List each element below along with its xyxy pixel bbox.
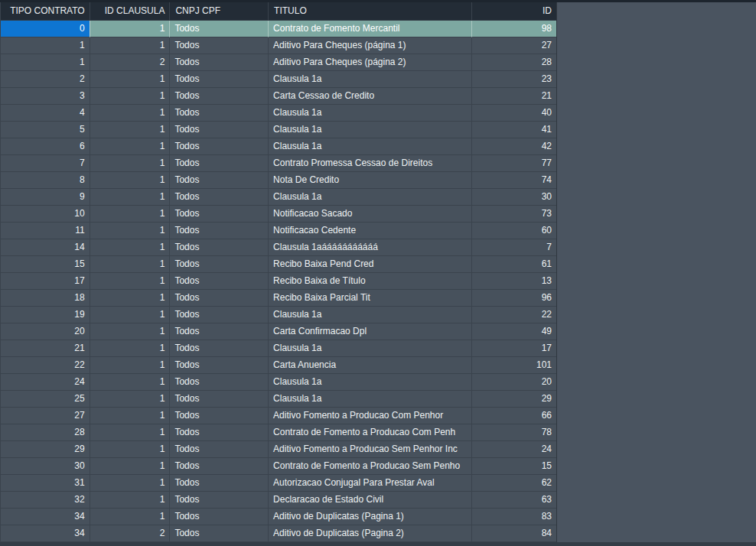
table-row[interactable]: 41TodosClausula 1a40 (1, 105, 556, 122)
table-row[interactable]: 181TodosRecibo Baixa Parcial Tit96 (1, 290, 556, 307)
cell-cnpj[interactable]: Todos (170, 54, 269, 71)
cell-id[interactable]: 22 (472, 307, 556, 323)
cell-id[interactable]: 60 (472, 223, 556, 239)
cell-id[interactable]: 63 (472, 492, 556, 509)
table-row[interactable]: 21TodosClausula 1a23 (1, 71, 556, 88)
cell-cnpj[interactable]: Todos (170, 290, 269, 307)
cell-id[interactable]: 49 (472, 323, 556, 340)
cell-cnpj[interactable]: Todos (170, 475, 269, 492)
cell-cnpj[interactable]: Todos (170, 71, 269, 88)
cell-titulo[interactable]: Clausula 1a (269, 105, 472, 122)
cell-clausula[interactable]: 1 (90, 256, 171, 273)
cell-titulo[interactable]: Clausula 1a (269, 71, 472, 88)
cell-tipo[interactable]: 28 (1, 424, 90, 441)
cell-titulo[interactable]: Notificacao Sacado (269, 206, 472, 223)
cell-tipo[interactable]: 0 (1, 21, 90, 37)
cell-tipo[interactable]: 4 (1, 105, 90, 122)
cell-titulo[interactable]: Clausula 1a (269, 189, 472, 206)
table-row[interactable]: 171TodosRecibo Baixa de Título13 (1, 273, 556, 290)
cell-clausula[interactable]: 1 (90, 340, 171, 357)
cell-clausula[interactable]: 1 (90, 475, 171, 492)
cell-tipo[interactable]: 1 (1, 54, 90, 71)
column-header-titulo[interactable]: TITULO (269, 2, 472, 20)
cell-clausula[interactable]: 1 (90, 37, 171, 54)
cell-id[interactable]: 101 (472, 357, 556, 374)
cell-cnpj[interactable]: Todos (170, 256, 269, 273)
cell-cnpj[interactable]: Todos (170, 105, 269, 122)
cell-cnpj[interactable]: Todos (170, 340, 269, 357)
table-row[interactable]: 151TodosRecibo Baixa Pend Cred61 (1, 256, 556, 273)
cell-cnpj[interactable]: Todos (170, 172, 269, 189)
cell-clausula[interactable]: 1 (90, 206, 171, 223)
cell-clausula[interactable]: 1 (90, 290, 171, 307)
cell-titulo[interactable]: Clausula 1aááááááááááá (269, 239, 472, 256)
table-row[interactable]: 141TodosClausula 1aááááááááááá7 (1, 239, 556, 256)
cell-clausula[interactable]: 1 (90, 374, 171, 391)
cell-clausula[interactable]: 1 (90, 307, 171, 323)
cell-titulo[interactable]: Clausula 1a (269, 138, 472, 155)
cell-id[interactable]: 20 (472, 374, 556, 391)
cell-clausula[interactable]: 1 (90, 458, 171, 475)
cell-cnpj[interactable]: Todos (170, 189, 269, 206)
cell-titulo[interactable]: Recibo Baixa de Título (269, 273, 472, 290)
cell-tipo[interactable]: 7 (1, 155, 90, 172)
cell-cnpj[interactable]: Todos (170, 408, 269, 424)
column-header-cnpj-cpf[interactable]: CNPJ CPF (170, 2, 269, 20)
cell-cnpj[interactable]: Todos (170, 357, 269, 374)
cell-titulo[interactable]: Carta Cessao de Credito (269, 88, 472, 105)
cell-cnpj[interactable]: Todos (170, 492, 269, 509)
cell-titulo[interactable]: Autorizacao Conjugal Para Prestar Aval (269, 475, 472, 492)
cell-clausula[interactable]: 1 (90, 122, 171, 138)
cell-tipo[interactable]: 22 (1, 357, 90, 374)
cell-id[interactable]: 28 (472, 54, 556, 71)
table-row[interactable]: 291TodosAditivo Fomento a Producao Sem P… (1, 441, 556, 458)
cell-titulo[interactable]: Recibo Baixa Pend Cred (269, 256, 472, 273)
cell-tipo[interactable]: 18 (1, 290, 90, 307)
cell-tipo[interactable]: 31 (1, 475, 90, 492)
cell-cnpj[interactable]: Todos (170, 223, 269, 239)
table-row[interactable]: 251TodosClausula 1a29 (1, 391, 556, 408)
cell-tipo[interactable]: 20 (1, 323, 90, 340)
table-row[interactable]: 281TodosContrato de Fomento a Producao C… (1, 424, 556, 441)
cell-cnpj[interactable]: Todos (170, 374, 269, 391)
cell-tipo[interactable]: 34 (1, 509, 90, 525)
cell-id[interactable]: 21 (472, 88, 556, 105)
table-row[interactable]: 342TodosAditivo de Duplicatas (Pagina 2)… (1, 525, 556, 542)
cell-id[interactable]: 42 (472, 138, 556, 155)
table-row[interactable]: 111TodosNotificacao Cedente60 (1, 223, 556, 239)
cell-tipo[interactable]: 29 (1, 441, 90, 458)
cell-clausula[interactable]: 1 (90, 71, 171, 88)
cell-clausula[interactable]: 1 (90, 391, 171, 408)
cell-cnpj[interactable]: Todos (170, 323, 269, 340)
table-row[interactable]: 211TodosClausula 1a17 (1, 340, 556, 357)
cell-id[interactable]: 15 (472, 458, 556, 475)
cell-clausula[interactable]: 1 (90, 509, 171, 525)
cell-id[interactable]: 98 (472, 21, 556, 37)
cell-clausula[interactable]: 1 (90, 441, 171, 458)
table-row[interactable]: 271TodosAditivo Fomento a Producao Com P… (1, 408, 556, 424)
cell-tipo[interactable]: 14 (1, 239, 90, 256)
cell-tipo[interactable]: 5 (1, 122, 90, 138)
cell-id[interactable]: 40 (472, 105, 556, 122)
cell-tipo[interactable]: 21 (1, 340, 90, 357)
table-row[interactable]: 201TodosCarta Confirmacao Dpl49 (1, 323, 556, 340)
cell-clausula[interactable]: 1 (90, 138, 171, 155)
cell-titulo[interactable]: Carta Confirmacao Dpl (269, 323, 472, 340)
cell-titulo[interactable]: Nota De Credito (269, 172, 472, 189)
cell-tipo[interactable]: 2 (1, 71, 90, 88)
cell-titulo[interactable]: Aditivo Para Cheques (página 1) (269, 37, 472, 54)
cell-id[interactable]: 41 (472, 122, 556, 138)
cell-id[interactable]: 17 (472, 340, 556, 357)
cell-id[interactable]: 13 (472, 273, 556, 290)
cell-clausula[interactable]: 1 (90, 21, 171, 37)
cell-titulo[interactable]: Clausula 1a (269, 340, 472, 357)
cell-id[interactable]: 73 (472, 206, 556, 223)
cell-id[interactable]: 23 (472, 71, 556, 88)
cell-tipo[interactable]: 27 (1, 408, 90, 424)
cell-titulo[interactable]: Aditivo de Duplicatas (Pagina 1) (269, 509, 472, 525)
column-header-id[interactable]: ID (472, 2, 556, 20)
cell-clausula[interactable]: 1 (90, 408, 171, 424)
cell-id[interactable]: 62 (472, 475, 556, 492)
table-row[interactable]: 81TodosNota De Credito74 (1, 172, 556, 189)
table-row[interactable]: 221TodosCarta Anuencia101 (1, 357, 556, 374)
